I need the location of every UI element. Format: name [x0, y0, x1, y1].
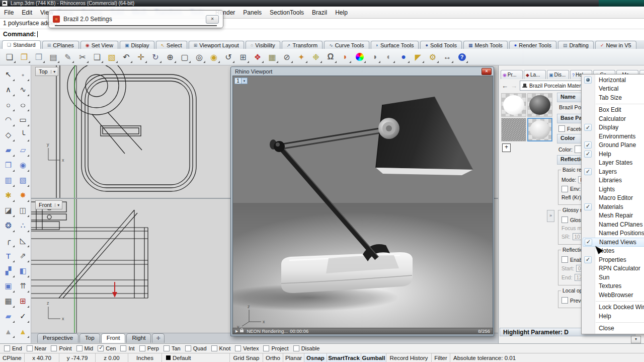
close-button[interactable]: ✕ [481, 68, 492, 75]
footer-dropdown[interactable]: ▼ [631, 336, 641, 343]
env-checkbox[interactable] [561, 186, 568, 192]
material-thumbnail-noise[interactable] [501, 118, 526, 141]
open-file-icon[interactable]: ❐ [18, 50, 31, 63]
cylinder-tool[interactable]: ▥ [1, 173, 16, 188]
boolean-union-tool[interactable]: ❂ [1, 218, 16, 233]
context-menu-item[interactable]: Lights [582, 185, 644, 194]
toggle-gumball[interactable]: Gumball [361, 353, 386, 362]
context-menu-item[interactable]: Sun [582, 273, 644, 282]
tab-solid-tools[interactable]: ● Solid Tools [420, 41, 461, 49]
context-menu-item[interactable]: Close [582, 324, 644, 333]
freeform-curve-tool[interactable]: ∿ [16, 82, 30, 97]
window-title-bar[interactable]: Rhino Viewport [231, 67, 494, 76]
notification-close-button[interactable]: ✕ [206, 15, 219, 24]
context-menu-item[interactable]: Vertical [582, 85, 644, 94]
context-menu-item[interactable]: Named Positions [582, 229, 644, 238]
chamfer-tool[interactable]: ◺ [16, 233, 30, 248]
context-menu-item[interactable] [582, 300, 644, 303]
pane-filter[interactable]: Filter [432, 353, 450, 362]
material-thumbnail-white[interactable] [501, 93, 526, 117]
plan-view-icon[interactable]: ▦ [266, 50, 279, 63]
context-menu-item[interactable]: Display [582, 123, 644, 132]
viewport-top-label[interactable]: Top ▼ [35, 67, 58, 76]
osnap-perp[interactable]: Perp [139, 345, 159, 351]
explode-tool[interactable]: ✱ [1, 188, 16, 203]
pane-y-coordinate[interactable]: y -74.79 [59, 353, 96, 362]
context-menu-item[interactable]: WebBrowser [582, 291, 644, 300]
context-menu-item[interactable]: Help [582, 312, 644, 321]
panel-tab-layers[interactable]: ◆ La... [524, 70, 546, 79]
select-tool[interactable]: ↖ [1, 67, 16, 82]
check-tool[interactable]: ✓ [16, 309, 30, 324]
back-arrow-icon[interactable]: ← [502, 82, 508, 90]
boolean-diff-tool[interactable]: ∴ [16, 218, 30, 233]
options-icon[interactable]: ⚙ [426, 50, 439, 63]
trim-tool[interactable]: ◪ [1, 203, 16, 218]
osnap-vertex[interactable]: Vertex [235, 345, 259, 351]
control-point-curve-tool[interactable]: ∧ [1, 82, 16, 97]
tab-viewport-layout[interactable]: ⊞ Viewport Layout [189, 41, 244, 49]
print-icon[interactable]: ▤ [47, 50, 60, 63]
osnap-quad[interactable]: Quad [185, 345, 207, 351]
tab-curve-tools[interactable]: ∿ Curve Tools [324, 41, 369, 49]
move-copy-tool[interactable]: ⇗ [16, 248, 30, 263]
forward-arrow-icon[interactable]: → [511, 82, 517, 90]
annotate-icon[interactable]: ✎ [61, 50, 74, 63]
menu-brazil[interactable]: Brazil [308, 7, 331, 18]
circle-tool[interactable]: ○ [1, 97, 16, 112]
chevron-down-icon[interactable]: ▼ [55, 203, 62, 207]
tab-new-in-v5[interactable]: ✓ New in V5 [595, 41, 636, 49]
text-tool[interactable]: T [1, 248, 16, 263]
context-menu-item[interactable]: Layer States [582, 159, 644, 168]
fillet-tool[interactable]: ╭ [1, 233, 16, 248]
osnap-point[interactable]: Point [51, 345, 71, 351]
point-tool[interactable]: ◦ [16, 67, 30, 82]
osnap-int[interactable]: Int [120, 345, 134, 351]
panel-tab-properties[interactable]: ◉ Pr... [501, 70, 523, 79]
polygon-tool[interactable]: ◇ [1, 127, 16, 142]
zoom-window-icon[interactable]: ▢ [178, 50, 191, 63]
viewport-tab-right[interactable]: Right [126, 333, 151, 343]
tab-render-tools[interactable]: ● Render Tools [509, 41, 556, 49]
context-menu-item[interactable]: Named CPlanes [582, 220, 644, 229]
toggle-record-history[interactable]: Record History [386, 353, 432, 362]
pane-x-coordinate[interactable]: x 40.70 [25, 353, 59, 362]
help-icon[interactable]: ? [455, 50, 468, 63]
zoom-selected-icon[interactable]: ◉ [207, 50, 220, 63]
dimension-tool[interactable]: ⊞ [16, 294, 30, 309]
toggle-osnap[interactable]: Osnap [304, 353, 327, 362]
select-filter-icon[interactable]: ✦ [295, 50, 308, 63]
osnap-disable[interactable]: Disable [293, 345, 320, 351]
context-menu-item[interactable]: Help [582, 150, 644, 159]
context-menu-item[interactable]: Ground Plane [582, 141, 644, 150]
prevent-checkbox[interactable] [561, 297, 568, 304]
dimension-icon[interactable]: ↔ [441, 50, 454, 63]
named-view-icon[interactable]: ❖ [251, 50, 264, 63]
toggle-ortho[interactable]: Ortho [263, 353, 283, 362]
box-tool[interactable]: ❒ [1, 158, 16, 173]
context-menu-item[interactable]: Named Views [583, 238, 644, 247]
shaded-view-icon[interactable]: ◑ [368, 50, 381, 63]
glossiness-checkbox[interactable] [561, 216, 568, 223]
context-menu-item[interactable]: Box Edit [582, 106, 644, 115]
context-menu-item[interactable]: RPN Calculator [582, 264, 644, 273]
toggle-planar[interactable]: Planar [283, 353, 304, 362]
material-thumbnail-porcelain[interactable] [527, 118, 552, 141]
pane-tolerance[interactable]: Absolute tolerance: 0.01 [450, 353, 644, 362]
command-prompt[interactable]: Command: [3, 31, 38, 38]
osnap-near[interactable]: Near [27, 345, 47, 351]
viewport-front-label[interactable]: Front ▼ [35, 200, 62, 209]
pane-units[interactable]: Inches [128, 353, 162, 362]
layer-state-tool[interactable]: ▰ [1, 309, 16, 324]
color-wheel-icon[interactable] [353, 50, 366, 63]
menu-sectiontools[interactable]: SectionTools [266, 7, 308, 18]
enable-checkbox[interactable] [561, 256, 568, 263]
new-file-icon[interactable]: ❏ [3, 50, 16, 63]
viewport-tab-perspective[interactable]: Perspective [37, 333, 78, 343]
extrude-tool[interactable]: ⇈ [16, 278, 30, 294]
render-icon[interactable]: ● [397, 50, 410, 63]
xray-view-icon[interactable]: ◐ [382, 50, 395, 63]
pane-layer[interactable]: Default [162, 353, 230, 362]
lights-icon[interactable]: ❉ [309, 50, 323, 63]
title-bar[interactable]: Lamp.3dm (744 KB) - Rhinoceros (Commerci… [0, 0, 644, 7]
